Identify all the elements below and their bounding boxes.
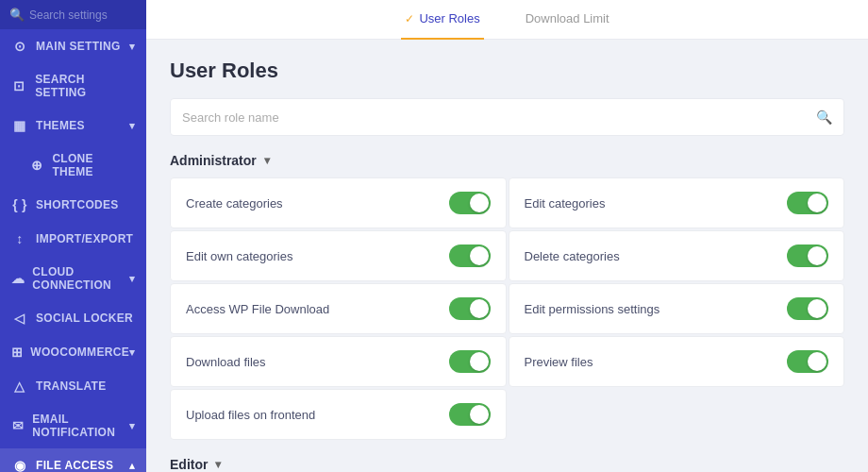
sidebar-item-label: IMPORT/EXPORT [36, 232, 133, 245]
main-setting-icon: ⊙ [11, 39, 28, 54]
sidebar-item-label: TRANSLATE [36, 379, 106, 393]
sidebar-item-label: EMAIL NOTIFICATION [32, 413, 129, 439]
search-setting-icon: ⊡ [11, 78, 27, 93]
role-search-input[interactable] [182, 110, 816, 125]
permission-label: Upload files on frontend [186, 408, 315, 422]
sidebar-item-label: FILE ACCESS [36, 459, 113, 472]
chevron-icon: ▾ [129, 346, 135, 359]
chevron-icon: ▾ [129, 41, 135, 53]
page-title: User Roles [170, 59, 844, 83]
toggle-access-wp[interactable] [449, 297, 491, 320]
themes-icon: ▦ [11, 118, 28, 133]
sidebar-item-cloud-connection[interactable]: ☁ CLOUD CONNECTION ▾ [0, 256, 146, 301]
main-content: ✓ User Roles Download Limit User Roles 🔍… [146, 0, 868, 472]
permission-label: Access WP File Download [186, 302, 329, 316]
sidebar-item-label: MAIN SETTING [36, 40, 121, 53]
perm-edit-own-categories: Edit own categories [170, 230, 507, 281]
sidebar-item-translate[interactable]: △ TRANSLATE [0, 369, 146, 403]
sidebar-item-themes[interactable]: ▦ THEMES ▾ [0, 109, 146, 143]
search-icon: 🔍 [9, 8, 25, 22]
checkmark-icon: ✓ [405, 12, 414, 25]
search-icon: 🔍 [816, 110, 832, 125]
chevron-icon: ▾ [129, 273, 135, 285]
toggle-create-categories[interactable] [449, 192, 491, 214]
permission-label: Edit permissions settings [525, 302, 660, 316]
permission-label: Create categories [186, 196, 283, 211]
toggle-download-files[interactable] [449, 350, 491, 373]
sidebar-item-email-notification[interactable]: ✉ EMAIL NOTIFICATION ▾ [0, 403, 146, 448]
perm-delete-categories: Delete categories [509, 230, 845, 281]
administrator-permissions-grid: Create categories Edit categories Edit o… [170, 177, 844, 440]
chevron-down-icon[interactable]: ▾ [215, 458, 221, 471]
toggle-preview-files[interactable] [787, 350, 828, 373]
section-label: Administrator [170, 153, 257, 168]
sidebar-item-label: CLOUD CONNECTION [32, 265, 128, 292]
sidebar-item-label: SOCIAL LOCKER [36, 312, 133, 325]
sidebar: 🔍 ⊙ MAIN SETTING ▾ ⊡ SEARCH SETTING ▦ TH… [0, 0, 146, 472]
perm-access-wp-file-download: Access WP File Download [170, 283, 507, 334]
perm-edit-permissions-settings: Edit permissions settings [509, 283, 845, 334]
editor-header: Editor ▾ [170, 457, 844, 472]
perm-upload-files-on-frontend: Upload files on frontend [170, 389, 507, 440]
sidebar-item-label: WOOCOMMERCE [30, 346, 129, 359]
sidebar-item-main-setting[interactable]: ⊙ MAIN SETTING ▾ [0, 29, 146, 63]
perm-create-categories: Create categories [170, 177, 507, 228]
chevron-down-icon[interactable]: ▾ [264, 154, 270, 167]
social-locker-icon: ◁ [11, 311, 28, 326]
toggle-edit-permissions[interactable] [787, 297, 828, 320]
chevron-icon: ▴ [129, 460, 135, 472]
section-label: Editor [170, 457, 208, 472]
chevron-icon: ▾ [129, 420, 135, 432]
permission-label: Edit categories [525, 196, 606, 211]
sidebar-item-label: SHORTCODES [36, 198, 119, 211]
sidebar-item-social-locker[interactable]: ◁ SOCIAL LOCKER [0, 301, 146, 335]
sidebar-item-clone-theme[interactable]: ⊕ CLONE THEME [0, 143, 146, 188]
administrator-header: Administrator ▾ [170, 153, 844, 168]
shortcodes-icon: { } [11, 197, 28, 212]
sidebar-item-label: CLONE THEME [52, 152, 135, 178]
sidebar-item-label: THEMES [36, 119, 85, 132]
translate-icon: △ [11, 379, 28, 394]
sidebar-item-shortcodes[interactable]: { } SHORTCODES [0, 188, 146, 222]
tab-user-roles[interactable]: ✓ User Roles [401, 0, 483, 40]
permission-label: Edit own categories [186, 249, 292, 263]
sidebar-item-search-setting[interactable]: ⊡ SEARCH SETTING [0, 63, 146, 109]
tab-download-limit[interactable]: Download Limit [522, 0, 613, 40]
clone-theme-icon: ⊕ [28, 158, 44, 173]
perm-preview-files: Preview files [509, 336, 845, 387]
woo-icon: ⊞ [11, 345, 23, 360]
toggle-upload-files[interactable] [449, 403, 491, 426]
perm-edit-categories: Edit categories [509, 177, 845, 228]
toggle-delete-categories[interactable] [787, 244, 828, 267]
sidebar-item-woocommerce[interactable]: ⊞ WOOCOMMERCE ▾ [0, 335, 146, 369]
permission-label: Download files [186, 355, 266, 369]
sidebar-item-label: SEARCH SETTING [35, 73, 135, 99]
content-area: User Roles 🔍 Administrator ▾ Create cate… [146, 40, 868, 472]
cloud-icon: ☁ [11, 271, 25, 286]
editor-section: Editor ▾ Create categories Edit categori… [170, 457, 844, 472]
tab-label: Download Limit [526, 11, 609, 25]
permission-label: Delete categories [525, 249, 620, 263]
perm-download-files: Download files [170, 336, 507, 387]
sidebar-search-container[interactable]: 🔍 [0, 0, 146, 29]
search-bar[interactable]: 🔍 [170, 98, 844, 136]
email-icon: ✉ [11, 418, 25, 433]
sidebar-search-input[interactable] [29, 8, 137, 22]
sidebar-item-file-access[interactable]: ◉ FILE ACCESS ▴ [0, 448, 146, 472]
toggle-edit-categories[interactable] [787, 192, 828, 214]
toggle-edit-own-categories[interactable] [449, 244, 491, 267]
tab-label: User Roles [419, 11, 479, 25]
tab-bar: ✓ User Roles Download Limit [146, 0, 868, 40]
sidebar-item-import-export[interactable]: ↕ IMPORT/EXPORT [0, 222, 146, 256]
administrator-section: Administrator ▾ Create categories Edit c… [170, 153, 844, 440]
permission-label: Preview files [525, 355, 593, 369]
chevron-icon: ▾ [129, 120, 135, 132]
import-export-icon: ↕ [11, 231, 28, 246]
file-access-icon: ◉ [11, 458, 28, 472]
